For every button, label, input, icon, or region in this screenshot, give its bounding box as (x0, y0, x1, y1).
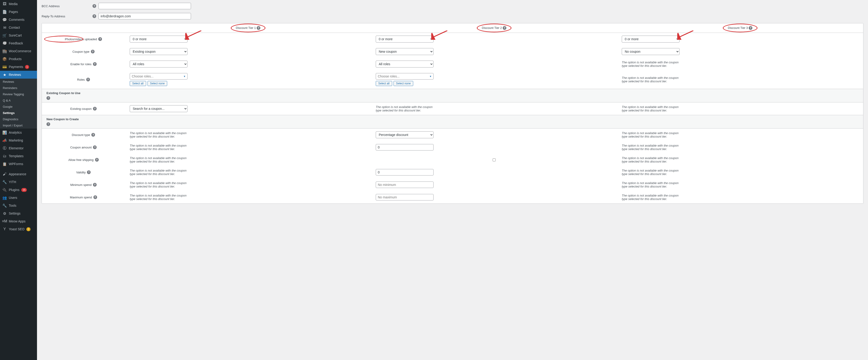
sidebar-item-label: WPForms (9, 162, 23, 166)
help-icon[interactable]: ? (92, 4, 96, 8)
help-icon[interactable]: ? (257, 26, 260, 30)
sidebar-item-label: SureCart (9, 33, 22, 37)
sidebar-item-woocommerce[interactable]: 🏬WooCommerce (0, 47, 37, 55)
help-icon[interactable]: ? (98, 37, 102, 41)
sidebar-item-products[interactable]: 📦Products (0, 55, 37, 63)
coupon-type-t1[interactable]: Existing coupon (130, 48, 188, 55)
sidebar-subitem-review-tagging[interactable]: Review Tagging (0, 91, 37, 97)
sidebar-subitem-reviews[interactable]: Reviews (0, 79, 37, 85)
sidebar-item-label: Users (9, 196, 17, 200)
help-icon[interactable]: ? (95, 158, 99, 161)
discount-type-label: Discount type (72, 133, 90, 137)
sidebar-item-plugins[interactable]: 🔌Plugins15 (0, 186, 37, 194)
sidebar-item-wpforms[interactable]: 📋WPForms (0, 160, 37, 168)
sidebar-subitem-google[interactable]: Google (0, 103, 37, 110)
roles-t1-input[interactable] (130, 73, 188, 80)
sidebar-item-contact[interactable]: ✉Contact (0, 24, 37, 31)
validity-label: Validity (76, 171, 86, 174)
sidebar-subitem-import-export[interactable]: Import / Export (0, 122, 37, 128)
sidebar-item-reviews[interactable]: ★Reviews (0, 71, 37, 79)
select-none-button[interactable]: Select none (148, 81, 167, 86)
roles-t2-input[interactable] (376, 73, 434, 80)
tier2-header: Discount Tier 2 (482, 26, 502, 30)
help-icon[interactable]: ? (87, 171, 91, 174)
unavailable-text: The option is not available with the cou… (130, 194, 190, 201)
surecart-icon: 🛒 (2, 33, 7, 38)
coupon-amount-t2[interactable] (376, 144, 434, 151)
coupon-type-t2[interactable]: New coupon (376, 48, 434, 55)
max-spend-t2[interactable] (376, 194, 434, 201)
sidebar-subitem-reminders[interactable]: Reminders (0, 85, 37, 91)
sidebar-item-yith[interactable]: 🔧YITH (0, 178, 37, 186)
unavailable-text: The option is not available with the cou… (622, 194, 682, 201)
media-icon: 🖼 (2, 2, 7, 6)
photos-t3-select[interactable]: 0 or more (622, 36, 680, 42)
unavailable-text: The option is not available with the cou… (622, 76, 682, 83)
select-none-button[interactable]: Select none (394, 81, 413, 86)
select-all-button[interactable]: Select all (376, 81, 392, 86)
help-icon[interactable]: ? (46, 96, 50, 100)
badge: 15 (21, 188, 27, 192)
sidebar-item-marketing[interactable]: 📣Marketing (0, 137, 37, 144)
enable-roles-t2[interactable]: All roles (376, 61, 434, 67)
sidebar-item-tools[interactable]: 🔧Tools (0, 202, 37, 209)
free-ship-t2-checkbox[interactable] (376, 158, 613, 161)
min-spend-t2[interactable] (376, 181, 434, 188)
photos-t1-select[interactable]: 0 or more (130, 36, 188, 42)
sidebar-item-label: Analytics (9, 131, 22, 134)
badge: 2 (26, 227, 31, 231)
badge: 1 (25, 65, 29, 69)
bcc-input[interactable] (98, 3, 191, 9)
help-icon[interactable]: ? (93, 62, 97, 66)
sidebar-item-surecart[interactable]: 🛒SureCart (0, 31, 37, 39)
coupon-type-t3[interactable]: No coupon (622, 48, 680, 55)
sidebar-item-users[interactable]: 👥Users (0, 194, 37, 202)
coupon-amount-label: Coupon amount (70, 146, 92, 149)
sidebar-item-meow-apps[interactable]: ≡MMeow Apps (0, 217, 37, 225)
sidebar-item-label: Pages (9, 10, 18, 13)
sidebar-item-media[interactable]: 🖼Media (0, 0, 37, 8)
sidebar-item-yoast-seo[interactable]: YYoast SEO2 (0, 225, 37, 233)
sidebar-item-feedback[interactable]: 💭Feedback (0, 39, 37, 47)
plugins-icon: 🔌 (2, 187, 7, 192)
sidebar-item-label: Media (9, 2, 18, 6)
sidebar-item-templates[interactable]: 🗂Templates (0, 152, 37, 160)
settings-icon: ⚙ (2, 211, 7, 216)
photos-t2-select[interactable]: 0 or more (376, 36, 434, 42)
help-icon[interactable]: ? (91, 50, 95, 53)
unavailable-text: The option is not available with the cou… (130, 181, 190, 188)
existing-coupon-t1[interactable]: Search for a coupon... (130, 105, 188, 112)
help-icon[interactable]: ? (93, 196, 97, 199)
sidebar-item-label: Comments (9, 18, 25, 22)
sidebar-item-payments[interactable]: 💳Payments1 (0, 63, 37, 71)
validity-t2[interactable] (376, 169, 434, 176)
replyto-input[interactable] (98, 13, 191, 20)
help-icon[interactable]: ? (93, 145, 97, 149)
sidebar-item-elementor[interactable]: ⒺElementor (0, 144, 37, 152)
sidebar-subitem-diagnostics[interactable]: Diagnostics (0, 116, 37, 122)
elementor-icon: Ⓔ (2, 146, 7, 151)
sidebar-item-analytics[interactable]: 📊Analytics (0, 128, 37, 137)
help-icon[interactable]: ? (46, 122, 50, 126)
help-icon[interactable]: ? (749, 26, 752, 30)
sidebar-item-label: Yoast SEO (9, 227, 25, 231)
sidebar-item-appearance[interactable]: 🖌Appearance (0, 170, 37, 178)
sidebar-subitem-q-a[interactable]: Q & A (0, 97, 37, 103)
help-icon[interactable]: ? (503, 26, 506, 30)
help-icon[interactable]: ? (92, 14, 96, 18)
help-icon[interactable]: ? (86, 78, 90, 81)
help-icon[interactable]: ? (93, 183, 97, 187)
help-icon[interactable]: ? (91, 133, 95, 137)
tier1-header: Discount Tier 1 (236, 26, 256, 30)
sidebar-subitem-settings[interactable]: Settings (0, 110, 37, 116)
help-icon[interactable]: ? (93, 107, 97, 111)
sidebar-item-settings[interactable]: ⚙Settings (0, 209, 37, 217)
select-all-button[interactable]: Select all (130, 81, 146, 86)
yith-icon: 🔧 (2, 180, 7, 184)
pages-icon: 📄 (2, 9, 7, 14)
unavailable-text: The option is not available with the cou… (622, 169, 682, 176)
enable-roles-t1[interactable]: All roles (130, 61, 188, 67)
sidebar-item-pages[interactable]: 📄Pages (0, 8, 37, 16)
sidebar-item-comments[interactable]: 💬Comments (0, 16, 37, 24)
discount-type-t2[interactable]: Percentage discount (376, 131, 434, 138)
